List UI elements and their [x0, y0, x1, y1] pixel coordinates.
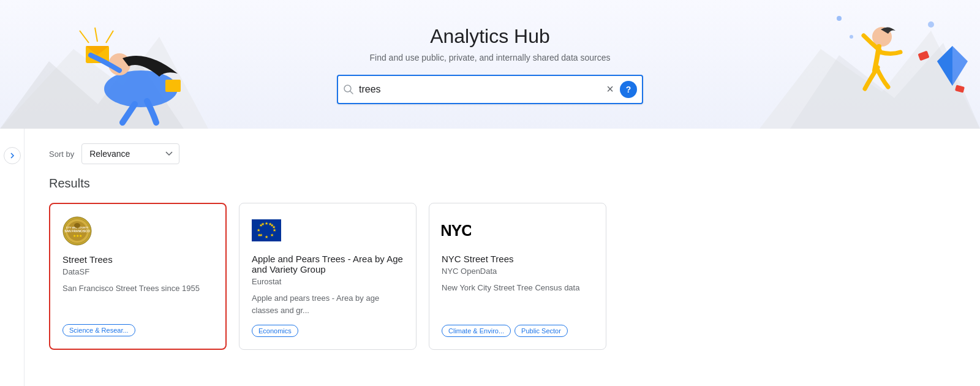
card-nyc-street-trees[interactable]: NYC NYC Street Trees NYC OpenData New Yo…: [429, 203, 606, 350]
card-1-provider: DataSF: [62, 267, 213, 276]
svg-line-21: [350, 91, 353, 94]
svg-marker-14: [937, 46, 952, 86]
svg-point-3: [108, 53, 130, 75]
sidebar-toggle[interactable]: [0, 129, 24, 386]
results-label: Results: [49, 176, 956, 191]
card-3-tag-1[interactable]: Public Sector: [514, 325, 568, 337]
svg-text:★: ★: [261, 222, 265, 226]
svg-rect-16: [955, 85, 965, 93]
card-logo-datasf: CITY AND COUNTY SAN FRANCISCO ★★★: [62, 216, 92, 246]
card-2-title: Apple and Pears Trees - Area by Age and …: [252, 254, 404, 274]
hero-center-content: Analytics Hub Find and use public, priva…: [337, 25, 643, 104]
card-3-description: New York City Street Tree Census data: [442, 282, 594, 316]
card-3-tag-0[interactable]: Climate & Enviro...: [442, 325, 511, 337]
card-1-description: San Francisco Street Trees since 1955: [62, 282, 213, 316]
card-logo-nyc: NYC: [442, 216, 471, 245]
svg-text:★: ★: [270, 233, 274, 237]
search-icon: [343, 84, 354, 95]
svg-text:★: ★: [265, 235, 268, 239]
svg-line-6: [80, 31, 89, 43]
svg-point-2: [104, 70, 178, 107]
svg-text:SAN FRANCISCO: SAN FRANCISCO: [64, 229, 90, 233]
svg-text:★★★: ★★★: [73, 234, 82, 238]
svg-rect-9: [165, 80, 181, 92]
right-illustration: [698, 0, 980, 129]
svg-text:★: ★: [257, 228, 260, 232]
svg-line-8: [106, 31, 113, 43]
hero-title: Analytics Hub: [430, 25, 550, 48]
card-3-tags: Climate & Enviro... Public Sector: [442, 325, 594, 337]
card-1-tags: Science & Resear...: [62, 324, 213, 336]
card-apple-pears[interactable]: ★ ★ ★ ★ ★ ★ ★: [239, 203, 417, 350]
search-input[interactable]: [359, 84, 604, 95]
svg-text:★: ★: [257, 233, 261, 237]
card-2-description: Apple and pears trees - Area by age clas…: [252, 292, 404, 316]
cards-grid: CITY AND COUNTY SAN FRANCISCO ★★★ Street…: [49, 203, 956, 350]
card-2-tags: Economics: [252, 325, 404, 337]
svg-marker-10: [760, 31, 980, 129]
svg-rect-15: [918, 51, 929, 61]
card-1-tag-0[interactable]: Science & Resear...: [62, 324, 135, 336]
svg-marker-0: [0, 37, 208, 129]
svg-point-29: [74, 223, 80, 228]
nyc-logo-text: NYC: [442, 221, 471, 240]
card-2-tag-0[interactable]: Economics: [252, 325, 298, 337]
hero-subtitle: Find and use public, private, and intern…: [369, 53, 610, 62]
svg-line-7: [95, 28, 97, 42]
search-bar[interactable]: × ?: [337, 75, 643, 104]
card-2-provider: Eurostat: [252, 277, 404, 286]
svg-point-17: [837, 16, 842, 21]
svg-marker-1: [0, 55, 184, 129]
expand-sidebar-icon[interactable]: [4, 147, 21, 164]
search-help-button[interactable]: ?: [620, 81, 637, 98]
svg-point-19: [928, 21, 934, 28]
search-clear-button[interactable]: ×: [604, 82, 616, 96]
content-area: Sort by Relevance Date Name Results CIT: [24, 129, 980, 386]
card-logo-eurostat: ★ ★ ★ ★ ★ ★ ★: [252, 216, 281, 245]
svg-marker-11: [790, 43, 980, 129]
svg-marker-13: [937, 46, 968, 86]
sort-row: Sort by Relevance Date Name: [49, 143, 956, 164]
svg-text:★: ★: [272, 225, 276, 229]
left-illustration: [0, 0, 282, 129]
svg-point-18: [850, 35, 853, 39]
card-1-title: Street Trees: [62, 254, 213, 265]
sort-by-label: Sort by: [49, 149, 74, 159]
svg-rect-4: [86, 46, 109, 63]
svg-marker-5: [86, 46, 109, 55]
sort-select[interactable]: Relevance Date Name: [81, 143, 179, 164]
hero-section: Analytics Hub Find and use public, priva…: [0, 0, 980, 129]
svg-point-12: [872, 27, 892, 47]
main-content: Sort by Relevance Date Name Results CIT: [0, 129, 980, 386]
card-3-provider: NYC OpenData: [442, 267, 594, 276]
card-street-trees[interactable]: CITY AND COUNTY SAN FRANCISCO ★★★ Street…: [49, 203, 227, 350]
card-3-title: NYC Street Trees: [442, 254, 594, 264]
